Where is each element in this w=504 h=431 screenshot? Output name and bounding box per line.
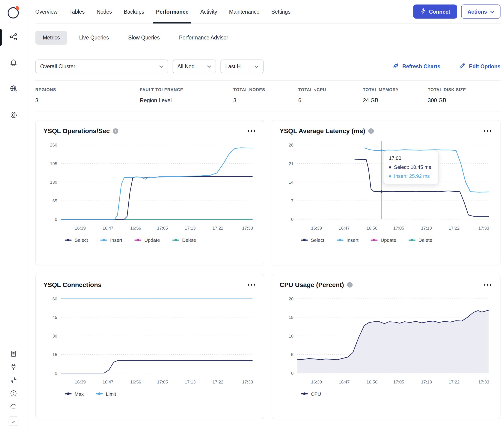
svg-text:15: 15 xyxy=(52,352,57,357)
sidebar-item-help[interactable]: ? xyxy=(9,390,18,398)
svg-text:16:39: 16:39 xyxy=(311,380,322,384)
stat-label: FAULT TOLERANCE xyxy=(140,87,233,92)
pencil-icon xyxy=(459,62,466,70)
chart-title: YSQL Connections xyxy=(43,281,101,288)
legend-marker-icon xyxy=(172,238,179,242)
subtab-performance-advisor[interactable]: Performance Advisor xyxy=(171,31,236,45)
sidebar-divider xyxy=(7,344,20,344)
yugabyte-logo-icon[interactable] xyxy=(6,5,21,21)
svg-text:17:22: 17:22 xyxy=(212,226,223,230)
chart-card-ysql-operations: YSQL Operations/Sec i 06513019526016:391… xyxy=(35,120,264,265)
sidebar-item-settings[interactable] xyxy=(0,106,27,124)
cluster-select[interactable]: Overall Cluster xyxy=(35,60,168,73)
legend-label: Select xyxy=(311,238,324,243)
svg-text:5: 5 xyxy=(291,352,294,357)
chart-legend: CPU xyxy=(280,391,493,397)
svg-text:60: 60 xyxy=(52,296,57,301)
svg-text:260: 260 xyxy=(50,143,57,147)
tab-settings[interactable]: Settings xyxy=(271,0,290,23)
tab-activity[interactable]: Activity xyxy=(200,0,217,23)
sidebar-item-clusters[interactable] xyxy=(0,28,27,46)
area-chart-cpu-usage[interactable]: 0510152016:3916:4716:5617:0517:1317:2217… xyxy=(280,291,493,390)
legend-item-insert[interactable]: Insert xyxy=(336,238,359,243)
legend-item-max[interactable]: Max xyxy=(64,391,84,397)
tab-overview[interactable]: Overview xyxy=(35,0,57,23)
sidebar-item-slack[interactable] xyxy=(9,376,18,385)
line-chart-ysql-operations[interactable]: 06513019526016:3916:4716:5617:0517:1317:… xyxy=(43,137,256,237)
tab-nodes[interactable]: Nodes xyxy=(97,0,112,23)
svg-text:17:05: 17:05 xyxy=(393,380,404,384)
refresh-charts-button[interactable]: Refresh Charts xyxy=(392,62,440,70)
chart-legend: MaxLimit xyxy=(43,391,256,397)
legend-label: Insert xyxy=(110,238,122,243)
legend-item-delete[interactable]: Delete xyxy=(408,238,432,243)
tab-maintenance[interactable]: Maintenance xyxy=(229,0,259,23)
chevron-down-icon xyxy=(159,64,163,69)
plug-icon xyxy=(10,363,17,372)
sidebar-item-alerts[interactable] xyxy=(0,55,27,73)
svg-text:16:39: 16:39 xyxy=(75,380,86,384)
tab-backups[interactable]: Backups xyxy=(124,0,144,23)
sidebar-item-docs[interactable] xyxy=(9,350,18,358)
legend-item-select[interactable]: Select xyxy=(301,238,324,243)
line-chart-ysql-connections[interactable]: 01530456016:3916:4716:5617:0517:1317:221… xyxy=(43,291,256,390)
sidebar-item-integrations[interactable] xyxy=(9,363,18,372)
legend-item-update[interactable]: Update xyxy=(371,238,396,243)
legend-marker-icon xyxy=(135,238,142,242)
svg-text:0: 0 xyxy=(291,371,294,376)
tab-performance[interactable]: Performance xyxy=(156,0,189,23)
sidebar-item-cloud[interactable] xyxy=(9,403,18,411)
info-icon[interactable]: i xyxy=(369,128,374,134)
charts-grid: YSQL Operations/Sec i 06513019526016:391… xyxy=(35,120,500,425)
chart-card-cpu-usage: CPU Usage (Percent) i 0510152016:3916:47… xyxy=(272,274,501,419)
svg-text:?: ? xyxy=(12,392,15,395)
edit-options-button[interactable]: Edit Options xyxy=(459,62,501,70)
sidebar-item-regions[interactable] xyxy=(0,81,27,99)
info-icon[interactable]: i xyxy=(113,128,118,134)
ellipsis-menu-icon[interactable] xyxy=(246,128,256,135)
svg-text:17:05: 17:05 xyxy=(157,226,168,230)
sidebar-expand-button[interactable]: » xyxy=(9,416,18,426)
svg-text:16:47: 16:47 xyxy=(103,226,113,230)
chart-title: YSQL Operations/Sec xyxy=(43,127,110,135)
svg-text:20: 20 xyxy=(289,296,294,301)
legend-label: Update xyxy=(381,238,396,243)
actions-button[interactable]: Actions xyxy=(461,5,500,19)
time-range-select[interactable]: Last H... xyxy=(220,60,263,73)
legend-item-delete[interactable]: Delete xyxy=(172,238,196,243)
subtab-metrics[interactable]: Metrics xyxy=(35,31,67,45)
legend-item-limit[interactable]: Limit xyxy=(96,391,116,397)
stat-label: REGIONS xyxy=(35,87,140,92)
double-chevron-right-icon: » xyxy=(12,418,15,424)
cluster-tab-bar: Overview Tables Nodes Backups Performanc… xyxy=(35,0,500,24)
ellipsis-menu-icon[interactable] xyxy=(483,128,493,135)
connect-button[interactable]: Connect xyxy=(413,5,457,19)
cloud-icon xyxy=(10,403,17,412)
stat-value: 3 xyxy=(233,97,298,104)
stat-label: TOTAL NODES xyxy=(233,87,298,92)
subtab-live-queries[interactable]: Live Queries xyxy=(72,31,116,45)
series-dot-insert xyxy=(389,175,391,177)
tooltip-row-select: Select: 10.45 ms xyxy=(389,164,432,170)
globe-gear-icon xyxy=(9,84,18,94)
legend-label: Limit xyxy=(106,391,116,397)
stat-label: TOTAL MEMORY xyxy=(363,87,428,92)
legend-item-insert[interactable]: Insert xyxy=(100,238,122,243)
chart-legend: SelectInsertUpdateDelete xyxy=(280,238,493,243)
info-icon[interactable]: i xyxy=(347,282,353,288)
legend-item-cpu[interactable]: CPU xyxy=(301,391,321,397)
ellipsis-menu-icon[interactable] xyxy=(483,281,493,288)
svg-text:10: 10 xyxy=(289,334,294,339)
tab-tables[interactable]: Tables xyxy=(69,0,85,23)
svg-text:16:56: 16:56 xyxy=(130,380,141,384)
legend-item-select[interactable]: Select xyxy=(64,238,88,243)
stat-regions: REGIONS 3 xyxy=(35,87,140,104)
legend-marker-icon xyxy=(100,238,108,242)
ellipsis-menu-icon[interactable] xyxy=(246,281,256,288)
legend-item-update[interactable]: Update xyxy=(135,238,160,243)
subtab-slow-queries[interactable]: Slow Queries xyxy=(121,31,167,45)
chart-title: YSQL Average Latency (ms) xyxy=(280,127,365,135)
nodes-select[interactable]: All Nod... xyxy=(173,60,216,73)
chevron-down-icon xyxy=(490,9,494,15)
legend-label: Delete xyxy=(418,238,432,243)
